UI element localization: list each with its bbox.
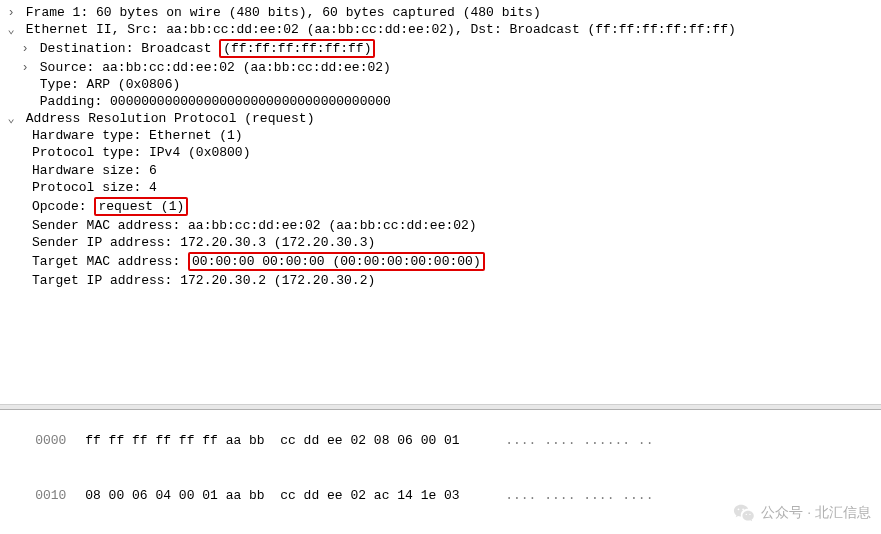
type-row[interactable]: Type: ARP (0x0806): [4, 76, 877, 93]
proto-size-label: Protocol size: 4: [32, 180, 157, 195]
hex-bytes-left: ff ff ff ff ff ff aa bb: [85, 432, 280, 450]
target-mac-label: Target MAC address:: [32, 254, 188, 269]
proto-size-row[interactable]: Protocol size: 4: [4, 179, 877, 196]
hex-ascii: .... .... ...... ..: [505, 432, 653, 450]
source-row[interactable]: › Source: aa:bb:cc:dd:ee:02 (aa:bb:cc:dd…: [4, 59, 877, 76]
hex-bytes-right: cc dd ee 02 08 06 00 01: [280, 432, 475, 450]
sender-ip-row[interactable]: Sender IP address: 172.20.30.3 (172.20.3…: [4, 234, 877, 251]
hex-dump-pane[interactable]: 0000ff ff ff ff ff ff aa bbcc dd ee 02 0…: [0, 410, 881, 530]
hex-row[interactable]: 0000ff ff ff ff ff ff aa bbcc dd ee 02 0…: [4, 414, 877, 469]
chevron-right-icon[interactable]: ›: [18, 42, 32, 56]
destination-label: Destination: Broadcast: [40, 41, 219, 56]
sender-mac-label: Sender MAC address: aa:bb:cc:dd:ee:02 (a…: [32, 218, 477, 233]
ethernet-header-label: Ethernet II, Src: aa:bb:cc:dd:ee:02 (aa:…: [26, 22, 736, 37]
hex-bytes-left: 08 00 06 04 00 01 aa bb: [85, 487, 280, 505]
target-mac-value: 00:00:00 00:00:00 (00:00:00:00:00:00): [192, 254, 481, 269]
chevron-right-icon[interactable]: ›: [18, 61, 32, 75]
destination-value-highlight: (ff:ff:ff:ff:ff:ff): [219, 39, 375, 58]
chevron-down-icon[interactable]: ⌄: [4, 23, 18, 37]
destination-row[interactable]: › Destination: Broadcast (ff:ff:ff:ff:ff…: [4, 38, 877, 59]
opcode-value-highlight: request (1): [94, 197, 188, 216]
proto-type-row[interactable]: Protocol type: IPv4 (0x0800): [4, 144, 877, 161]
hex-row[interactable]: 002000 00 00 00 00 00 ac 141e 02 00 00 0…: [4, 523, 877, 534]
target-mac-value-highlight: 00:00:00 00:00:00 (00:00:00:00:00:00): [188, 252, 485, 271]
padding-label: Padding: 0000000000000000000000000000000…: [40, 94, 391, 109]
target-mac-row[interactable]: Target MAC address: 00:00:00 00:00:00 (0…: [4, 251, 877, 272]
chevron-down-icon[interactable]: ⌄: [4, 112, 18, 126]
sender-mac-row[interactable]: Sender MAC address: aa:bb:cc:dd:ee:02 (a…: [4, 217, 877, 234]
arp-header-label: Address Resolution Protocol (request): [26, 111, 315, 126]
hex-offset: 0010: [35, 487, 85, 505]
hex-ascii: .... .... .... ....: [505, 487, 653, 505]
hex-offset: 0000: [35, 432, 85, 450]
frame-summary-row[interactable]: › Frame 1: 60 bytes on wire (480 bits), …: [4, 4, 877, 21]
sender-ip-label: Sender IP address: 172.20.30.3 (172.20.3…: [32, 235, 375, 250]
opcode-value: request (1): [98, 199, 184, 214]
ethernet-header-row[interactable]: ⌄ Ethernet II, Src: aa:bb:cc:dd:ee:02 (a…: [4, 21, 877, 38]
hw-type-row[interactable]: Hardware type: Ethernet (1): [4, 127, 877, 144]
target-ip-label: Target IP address: 172.20.30.2 (172.20.3…: [32, 273, 375, 288]
opcode-label: Opcode:: [32, 199, 94, 214]
target-ip-row[interactable]: Target IP address: 172.20.30.2 (172.20.3…: [4, 272, 877, 289]
destination-value: (ff:ff:ff:ff:ff:ff): [223, 41, 371, 56]
arp-header-row[interactable]: ⌄ Address Resolution Protocol (request): [4, 110, 877, 127]
chevron-right-icon[interactable]: ›: [4, 6, 18, 20]
proto-type-label: Protocol type: IPv4 (0x0800): [32, 146, 250, 161]
hex-row[interactable]: 001008 00 06 04 00 01 aa bbcc dd ee 02 a…: [4, 469, 877, 524]
hw-size-row[interactable]: Hardware size: 6: [4, 162, 877, 179]
frame-summary-label: Frame 1: 60 bytes on wire (480 bits), 60…: [26, 5, 541, 20]
packet-details-pane[interactable]: › Frame 1: 60 bytes on wire (480 bits), …: [0, 0, 881, 404]
type-label: Type: ARP (0x0806): [40, 77, 180, 92]
hex-bytes-right: cc dd ee 02 ac 14 1e 03: [280, 487, 475, 505]
hw-size-label: Hardware size: 6: [32, 163, 157, 178]
padding-row[interactable]: Padding: 0000000000000000000000000000000…: [4, 93, 877, 110]
hw-type-label: Hardware type: Ethernet (1): [32, 128, 243, 143]
opcode-row[interactable]: Opcode: request (1): [4, 196, 877, 217]
source-label: Source: aa:bb:cc:dd:ee:02 (aa:bb:cc:dd:e…: [40, 60, 391, 75]
